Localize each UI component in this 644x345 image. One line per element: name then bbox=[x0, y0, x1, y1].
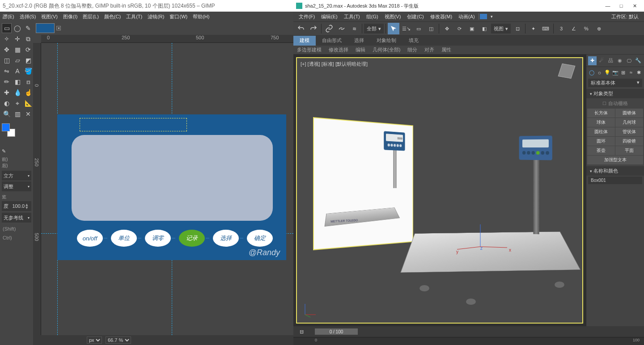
placement-button[interactable]: ◧ bbox=[479, 23, 490, 34]
create-tab-icon[interactable]: ✚ bbox=[588, 56, 597, 65]
select-region-rect[interactable]: ▭ bbox=[413, 23, 424, 34]
btn-plane[interactable]: 平面 bbox=[615, 146, 643, 155]
cat-systems-icon[interactable]: ✱ bbox=[635, 68, 642, 76]
rib2-modsel[interactable]: 修改选择 bbox=[325, 46, 352, 54]
menu-modifiers[interactable]: 修改器(M) bbox=[428, 13, 455, 21]
angle-snap[interactable]: ∠ bbox=[568, 23, 580, 34]
btn-box[interactable]: 长方体 bbox=[587, 109, 615, 118]
bind-button[interactable]: ≋ bbox=[348, 23, 360, 34]
undo-button[interactable] bbox=[295, 23, 307, 34]
tool-heal[interactable]: ✚ bbox=[2, 88, 12, 97]
spinner-snap[interactable]: ⊕ bbox=[593, 23, 605, 34]
hierarchy-tab-icon[interactable]: 品 bbox=[606, 56, 615, 65]
rib2-edit[interactable]: 编辑 bbox=[352, 46, 369, 54]
ribbon-tab-populate[interactable]: 填充 bbox=[402, 36, 425, 46]
menu-animation[interactable]: 动画(A) bbox=[456, 13, 478, 21]
rollout-name-color[interactable]: 名称和颜色 bbox=[586, 166, 644, 176]
category-dropdown[interactable]: 标准基本体▾ bbox=[588, 79, 642, 87]
ribbon-tab-freeform[interactable]: 自由形式 bbox=[316, 36, 348, 46]
rotate-button[interactable]: ⟳ bbox=[453, 23, 465, 34]
btn-textplus[interactable]: 加强型文本 bbox=[587, 156, 643, 164]
ribbon-tab-selection[interactable]: 选择 bbox=[348, 36, 370, 46]
tool-rotate[interactable]: ⟳ bbox=[23, 45, 33, 55]
ruler-horizontal[interactable]: 0 250 500 750 bbox=[41, 35, 293, 43]
menu-colors[interactable]: 颜色(C) bbox=[102, 13, 123, 21]
tool-color-picker[interactable]: ✛ bbox=[13, 34, 22, 44]
tool-ellipse-select[interactable]: ◯ bbox=[13, 23, 22, 33]
tool-eraser[interactable]: ◧ bbox=[13, 77, 22, 87]
btn-pyramid[interactable]: 四棱锥 bbox=[615, 137, 643, 146]
opt-adjust-dropdown[interactable]: 调整▾ bbox=[2, 181, 31, 191]
cat-helpers-icon[interactable]: ⊞ bbox=[619, 68, 627, 76]
tool-flip[interactable]: ⇋ bbox=[2, 66, 12, 76]
menu-view[interactable]: 视图(V) bbox=[39, 13, 59, 21]
cat-lights-icon[interactable]: 💡 bbox=[604, 68, 611, 76]
gimp-canvas[interactable]: on/off 单位 调零 记录 选择 确定 @Randy bbox=[41, 43, 293, 335]
tool-dodge[interactable]: ◐ bbox=[2, 98, 12, 108]
select-name-button[interactable]: ☰↘ bbox=[400, 23, 412, 34]
user-icon[interactable] bbox=[480, 14, 487, 19]
select-object-button[interactable] bbox=[388, 23, 399, 34]
ruler-vertical[interactable]: 0 250 500 bbox=[33, 43, 41, 335]
time-slider[interactable]: 0 / 100 bbox=[315, 328, 358, 335]
cat-shapes-icon[interactable]: ☼ bbox=[596, 68, 603, 76]
select-window-crossing[interactable]: ◫ bbox=[425, 23, 437, 34]
tool-rect-select[interactable]: ▭ bbox=[2, 23, 12, 33]
btn-tube[interactable]: 管状体 bbox=[615, 127, 643, 136]
pivot-button[interactable]: ⊡ bbox=[512, 23, 523, 34]
menu-group[interactable]: 组(G) bbox=[364, 13, 381, 21]
tool-align[interactable]: ▦ bbox=[13, 45, 22, 55]
unlink-button[interactable] bbox=[336, 23, 347, 34]
rib2-subdiv[interactable]: 细分 bbox=[404, 46, 421, 54]
opt-degree-input[interactable]: 度 ▴▾ bbox=[2, 201, 31, 211]
menu-file[interactable]: 文件(F) bbox=[296, 13, 318, 21]
btn-sphere[interactable]: 球体 bbox=[587, 118, 615, 127]
rollout-object-type[interactable]: 对象类型 bbox=[586, 89, 644, 98]
ribbon-tab-modeling[interactable]: 建模 bbox=[293, 36, 316, 46]
zoom-select[interactable]: 66.7 % bbox=[106, 337, 131, 344]
tool-pencil[interactable]: ✏ bbox=[2, 77, 12, 87]
tool-text[interactable]: A bbox=[13, 66, 22, 76]
menu-create[interactable]: 创建(C) bbox=[404, 13, 426, 21]
btn-cone[interactable]: 圆锥体 bbox=[615, 109, 643, 118]
redo-button[interactable] bbox=[308, 23, 319, 34]
maximize-button[interactable]: □ bbox=[614, 1, 628, 10]
menu-edit[interactable]: 编辑(E) bbox=[318, 13, 340, 21]
tool-cage[interactable]: ✕ bbox=[23, 109, 33, 119]
tool-gradient[interactable]: ▥ bbox=[13, 109, 22, 119]
keyboard-shortcut-button[interactable]: ⌨ bbox=[540, 23, 551, 34]
move-button[interactable]: ✥ bbox=[441, 23, 453, 34]
rib2-props[interactable]: 属性 bbox=[438, 46, 455, 54]
display-tab-icon[interactable]: 🖵 bbox=[625, 56, 633, 65]
image-thumbnail[interactable] bbox=[36, 23, 55, 33]
minimize-button[interactable]: — bbox=[601, 1, 614, 10]
btn-geosphere[interactable]: 几何球 bbox=[615, 118, 643, 127]
rib2-align[interactable]: 对齐 bbox=[421, 46, 438, 54]
cat-cameras-icon[interactable]: 📷 bbox=[612, 68, 619, 76]
menu-views[interactable]: 视图(V) bbox=[382, 13, 404, 21]
snap-toggle[interactable]: 3 bbox=[555, 23, 567, 34]
opt-cube-dropdown[interactable]: 立方▾ bbox=[2, 171, 31, 181]
opt-guides-dropdown[interactable]: 无参考线▾ bbox=[2, 213, 31, 223]
motion-tab-icon[interactable]: ◉ bbox=[616, 56, 624, 65]
btn-torus[interactable]: 圆环 bbox=[587, 137, 615, 146]
time-slider-bar[interactable]: ⊟ 0 / 100 bbox=[293, 326, 644, 337]
tool-move[interactable]: ✥ bbox=[2, 45, 12, 55]
cat-spacewarps-icon[interactable]: ≈ bbox=[627, 68, 635, 76]
viewcube[interactable] bbox=[557, 63, 576, 81]
tool-path[interactable]: ⌖ bbox=[13, 98, 22, 108]
close-button[interactable]: ✕ bbox=[628, 1, 641, 10]
unit-select[interactable]: px bbox=[87, 337, 102, 344]
utilities-tab-icon[interactable]: 🔧 bbox=[634, 56, 643, 65]
menu-image[interactable]: 图像(I) bbox=[61, 13, 79, 21]
viewport-label[interactable]: [+] [透视] [标准] [默认明暗处理] bbox=[301, 61, 368, 67]
tool-blur[interactable]: 💧 bbox=[13, 88, 22, 97]
tool-bucket[interactable]: 🪣 bbox=[23, 66, 33, 76]
spinner-icon[interactable]: ▴▾ bbox=[25, 203, 30, 209]
object-name-field[interactable]: Box001 bbox=[588, 177, 642, 184]
perspective-viewport[interactable]: [+] [透视] [标准] [默认明暗处理] 0000 METTLER TOLE… bbox=[296, 57, 583, 324]
menu-help[interactable]: 帮助(H) bbox=[191, 13, 211, 21]
tool-perspective[interactable]: ◩ bbox=[23, 55, 33, 65]
scale-button[interactable]: ▣ bbox=[466, 23, 478, 34]
menu-windows[interactable]: 窗口(W) bbox=[168, 13, 189, 21]
